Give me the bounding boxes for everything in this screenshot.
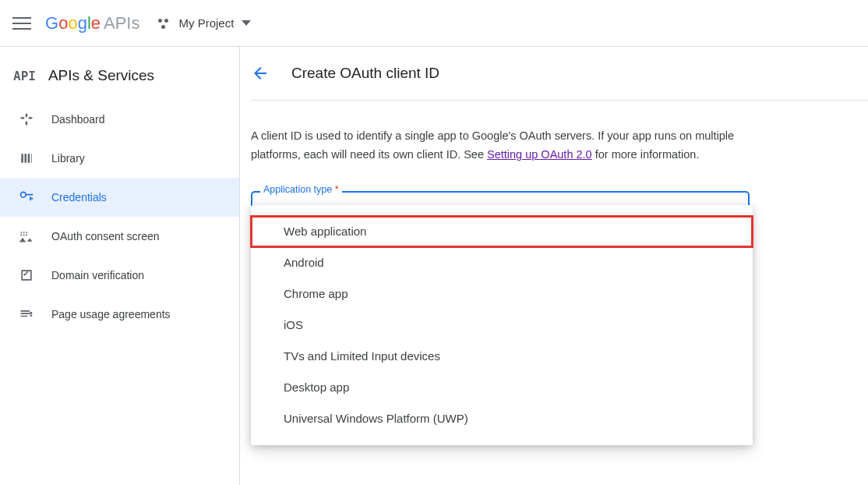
nav-label: Credentials [51,191,107,204]
nav-label: OAuth consent screen [51,230,160,242]
option-tvs-and-limited-input-devices[interactable]: TVs and Limited Input devices [251,341,753,372]
option-chrome-app[interactable]: Chrome app [251,278,753,310]
nav-label: Dashboard [51,113,105,126]
main-content: Create OAuth client ID A client ID is us… [240,47,868,485]
application-type-dropdown: Web applicationAndroidChrome appiOSTVs a… [251,205,753,445]
application-type-field: Application type * Web applicationAndroi… [251,191,750,228]
field-label-text: Application type [263,184,332,195]
header-bar: Google APIs My Project [0,0,868,47]
nav-label: Library [51,152,85,165]
sidebar-item-domain-verification[interactable]: Domain verification [0,256,239,295]
option-web-application[interactable]: Web application [251,216,753,247]
sidebar: API APIs & Services DashboardLibraryCred… [0,47,240,485]
menu-icon[interactable] [12,14,31,33]
project-icon [158,17,171,30]
nav-icon [19,150,34,166]
option-universal-windows-platform-uwp-[interactable]: Universal Windows Platform (UWP) [251,403,753,434]
setup-oauth-link[interactable]: Setting up OAuth 2.0 [487,148,592,161]
nav-icon [19,228,34,244]
nav-icon [19,306,34,322]
google-apis-logo[interactable]: Google APIs [45,13,139,34]
sidebar-title: API APIs & Services [0,61,239,100]
sidebar-title-text: APIs & Services [48,67,154,84]
page-header: Create OAuth client ID [240,64,868,100]
nav-icon [19,112,34,127]
nav-icon [19,189,34,205]
sidebar-item-oauth-consent-screen[interactable]: OAuth consent screen [0,217,239,256]
back-arrow-icon[interactable] [251,64,270,83]
sidebar-item-dashboard[interactable]: Dashboard [0,100,239,139]
option-ios[interactable]: iOS [251,310,753,341]
nav-icon [19,267,34,283]
description-post: for more information. [592,148,700,161]
chevron-down-icon [242,20,251,26]
description-text: A client ID is used to identify a single… [251,127,757,165]
option-desktop-app[interactable]: Desktop app [251,372,753,403]
api-badge-icon: API [13,69,36,83]
required-mark: * [335,184,339,195]
field-label: Application type * [260,184,342,195]
nav-label: Page usage agreements [51,308,171,320]
sidebar-item-library[interactable]: Library [0,139,239,178]
sidebar-item-page-usage-agreements[interactable]: Page usage agreements [0,295,239,334]
sidebar-item-credentials[interactable]: Credentials [0,178,239,217]
project-picker[interactable]: My Project [158,16,251,30]
nav-label: Domain verification [51,269,144,281]
option-android[interactable]: Android [251,247,753,278]
logo-suffix: APIs [104,13,139,34]
page-title: Create OAuth client ID [291,65,439,82]
project-name: My Project [178,16,234,30]
